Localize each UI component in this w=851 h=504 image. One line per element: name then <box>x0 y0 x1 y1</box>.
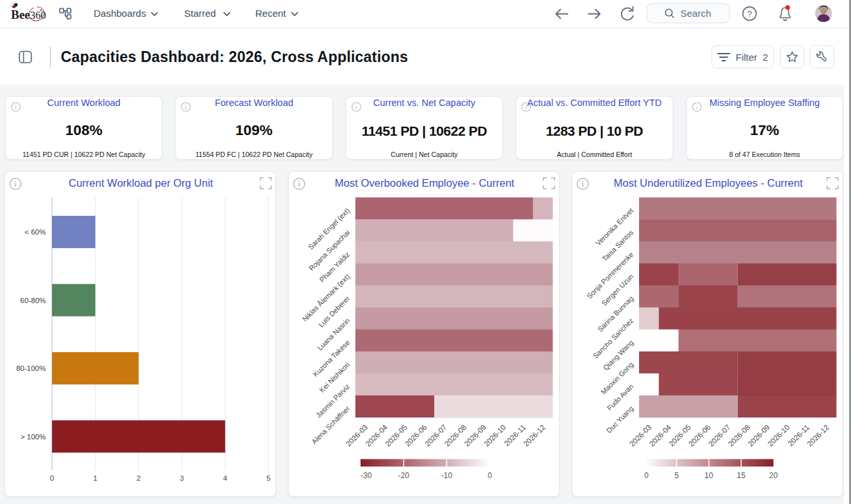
svg-text:Search: Search <box>680 8 711 19</box>
svg-text:4: 4 <box>223 474 227 482</box>
svg-text:2026-12: 2026-12 <box>522 423 547 448</box>
svg-text:-10: -10 <box>441 471 453 480</box>
svg-text:1: 1 <box>93 474 97 482</box>
svg-text:0: 0 <box>488 471 492 480</box>
svg-text:Most Underutilized Employees -: Most Underutilized Employees - Current <box>614 177 803 189</box>
svg-text:Most Overbooked Employee - Cur: Most Overbooked Employee - Current <box>335 177 514 189</box>
svg-text:5: 5 <box>675 471 679 480</box>
svg-text:Rojana Supachai: Rojana Supachai <box>308 229 352 273</box>
svg-text:10: 10 <box>704 471 713 480</box>
svg-text:20: 20 <box>769 471 778 480</box>
svg-text:2026-10: 2026-10 <box>766 423 791 448</box>
svg-text:?: ? <box>747 9 752 19</box>
svg-text:0: 0 <box>644 471 649 480</box>
svg-text:15: 15 <box>737 471 746 480</box>
svg-text:2026-10: 2026-10 <box>483 423 507 448</box>
svg-text:2026-12: 2026-12 <box>806 423 830 448</box>
svg-text:-20: -20 <box>398 471 410 480</box>
svg-text:80-100%: 80-100% <box>16 364 46 372</box>
svg-text:> 100%: > 100% <box>21 433 46 441</box>
svg-text:5: 5 <box>266 474 270 482</box>
svg-text:0: 0 <box>50 474 54 482</box>
svg-text:Current Workload per Org Unit: Current Workload per Org Unit <box>68 177 213 189</box>
svg-text:60-80%: 60-80% <box>20 297 46 304</box>
svg-text:Veronika Entvet: Veronika Entvet <box>594 206 635 247</box>
svg-text:Sancho Sanchez: Sancho Sanchez <box>591 317 635 360</box>
svg-text:Bee: Bee <box>11 8 30 21</box>
svg-text:Sarah Engel (ext): Sarah Engel (ext) <box>306 206 351 251</box>
svg-text:360: 360 <box>30 9 47 21</box>
svg-text:< 60%: < 60% <box>25 228 46 236</box>
svg-text:Alena Schäffner: Alena Schäffner <box>310 404 352 446</box>
svg-text:3: 3 <box>180 474 184 482</box>
svg-text:2: 2 <box>136 474 140 482</box>
svg-text:-30: -30 <box>361 471 372 480</box>
